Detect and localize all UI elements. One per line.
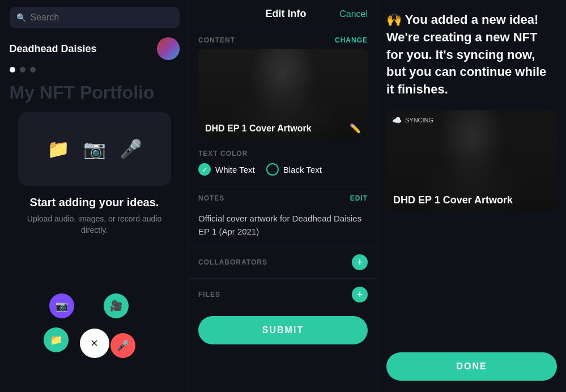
black-text-option[interactable]: Black Text bbox=[266, 163, 322, 176]
notes-text: Official cover artwork for Deadhead Dais… bbox=[198, 207, 368, 246]
added-message: 🙌 You added a new idea! We're creating a… bbox=[386, 11, 557, 99]
white-text-label: White Text bbox=[215, 165, 255, 174]
camera-fab-icon: 📷 bbox=[56, 300, 68, 312]
card-title-overlay: DHD EP 1 Cover Artwork ✏️ bbox=[198, 117, 368, 139]
fab-mic-button[interactable]: 🎤 bbox=[110, 333, 135, 358]
idea-box: 📁 📷 🎤 bbox=[18, 112, 171, 186]
syncing-card: ☁️ SYNCING DHD EP 1 Cover Artwork bbox=[386, 110, 557, 212]
notes-section: Official cover artwork for Deadhead Dais… bbox=[189, 207, 377, 246]
text-color-section: TEXT COLOR White Text Black Text bbox=[189, 144, 377, 186]
search-bar[interactable]: 🔍 bbox=[10, 7, 180, 28]
cancel-button[interactable]: Cancel bbox=[339, 9, 368, 19]
added-message-text: You added a new idea! We're creating a n… bbox=[386, 12, 546, 96]
white-text-radio[interactable] bbox=[198, 163, 211, 176]
files-row: FILES + bbox=[189, 278, 377, 310]
microphone-icon: 🎤 bbox=[120, 138, 142, 160]
black-text-label: Black Text bbox=[283, 165, 322, 174]
syncing-badge: ☁️ SYNCING bbox=[392, 116, 433, 125]
video-fab-icon: 🎥 bbox=[110, 300, 122, 312]
text-color-options: White Text Black Text bbox=[198, 163, 368, 181]
syncing-label: SYNCING bbox=[405, 117, 433, 123]
avatar[interactable] bbox=[157, 37, 180, 60]
right-panel: 🙌 You added a new idea! We're creating a… bbox=[377, 0, 566, 392]
collaborators-row: COLLABORATORS + bbox=[189, 246, 377, 278]
fab-container: 📷 🎥 📁 🎤 × bbox=[38, 284, 151, 358]
edit-info-header: Edit Info Cancel bbox=[189, 0, 377, 28]
change-button[interactable]: CHANGE bbox=[335, 36, 368, 44]
portfolio-title: My NFT Portfolio bbox=[10, 82, 180, 103]
dots-row bbox=[10, 67, 180, 73]
syncing-card-title: DHD EP 1 Cover Artwork bbox=[393, 194, 513, 206]
notes-edit-button[interactable]: EDIT bbox=[350, 194, 368, 202]
cloud-icon: ☁️ bbox=[392, 116, 402, 125]
submit-button[interactable]: SUBMIT bbox=[198, 316, 368, 344]
fab-camera-button[interactable]: 📷 bbox=[49, 293, 74, 318]
edit-pencil-icon[interactable]: ✏️ bbox=[350, 123, 361, 134]
camera-icon: 📷 bbox=[83, 138, 106, 160]
close-icon: × bbox=[91, 336, 98, 351]
add-collaborator-button[interactable]: + bbox=[352, 254, 368, 270]
content-section-label: CONTENT CHANGE bbox=[189, 28, 377, 49]
white-text-option[interactable]: White Text bbox=[198, 163, 255, 176]
search-icon: 🔍 bbox=[16, 13, 26, 22]
middle-panel: Edit Info Cancel CONTENT CHANGE DHD EP 1… bbox=[189, 0, 377, 392]
notes-section-label: NOTES EDIT bbox=[189, 186, 377, 207]
mic-fab-icon: 🎤 bbox=[117, 339, 129, 352]
files-label: FILES bbox=[198, 291, 220, 299]
done-label: DONE bbox=[456, 361, 487, 372]
user-name: Deadhead Daisies bbox=[10, 43, 97, 55]
left-panel: 🔍 Deadhead Daisies My NFT Portfolio 📁 📷 … bbox=[0, 0, 189, 392]
collaborators-label: COLLABORATORS bbox=[198, 258, 267, 266]
fab-file-button[interactable]: 📁 bbox=[44, 327, 69, 352]
content-card: DHD EP 1 Cover Artwork ✏️ bbox=[198, 49, 368, 139]
submit-label: SUBMIT bbox=[262, 325, 304, 335]
content-label: CONTENT bbox=[198, 36, 235, 44]
notes-label: NOTES bbox=[198, 194, 224, 202]
added-emoji: 🙌 bbox=[386, 12, 402, 27]
start-title: Start adding your ideas. bbox=[15, 196, 174, 209]
search-input[interactable] bbox=[31, 12, 173, 23]
text-color-label: TEXT COLOR bbox=[198, 144, 368, 163]
start-subtitle: Upload audio, images, or record audio di… bbox=[27, 214, 163, 236]
edit-info-title: Edit Info bbox=[232, 8, 339, 20]
folder-icon: 📁 bbox=[47, 138, 70, 160]
add-file-button[interactable]: + bbox=[352, 287, 368, 302]
user-row: Deadhead Daisies bbox=[10, 37, 180, 60]
fab-video-button[interactable]: 🎥 bbox=[104, 293, 129, 318]
done-button[interactable]: DONE bbox=[386, 352, 557, 381]
black-text-radio[interactable] bbox=[266, 163, 279, 176]
fab-close-button[interactable]: × bbox=[80, 329, 109, 358]
dot-2[interactable] bbox=[20, 67, 25, 73]
card-title: DHD EP 1 Cover Artwork bbox=[205, 123, 345, 134]
file-fab-icon: 📁 bbox=[50, 334, 62, 346]
dot-3[interactable] bbox=[30, 67, 36, 73]
dot-1[interactable] bbox=[10, 67, 15, 73]
